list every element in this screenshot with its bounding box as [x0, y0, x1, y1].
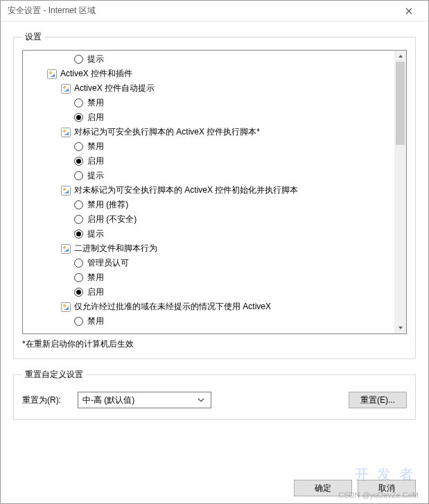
radio-icon — [74, 200, 83, 209]
titlebar: 安全设置 - Internet 区域 — [1, 1, 428, 21]
tree-item-label: 启用 — [87, 110, 104, 125]
tree-item-label: 仅允许经过批准的域在未经提示的情况下使用 ActiveX — [74, 299, 271, 314]
tree-item-label: ActiveX 控件自动提示 — [74, 81, 155, 96]
dialog-content: 设置 提示ActiveX 控件和插件ActiveX 控件自动提示禁用启用对标记为… — [1, 21, 428, 503]
tree-item-label: 提示 — [87, 227, 104, 241]
tree-category: 二进制文件和脚本行为 — [26, 241, 394, 256]
settings-legend: 设置 — [22, 31, 44, 43]
svg-rect-2 — [62, 84, 71, 93]
activex-icon — [60, 243, 71, 254]
tree-item-label: 启用 (不安全) — [87, 212, 137, 227]
ok-button-label: 确定 — [315, 483, 331, 494]
tree-item-label: 对未标记为可安全执行脚本的 ActiveX 控件初始化并执行脚本 — [74, 183, 298, 198]
tree-option[interactable]: 启用 — [26, 110, 394, 125]
tree-option[interactable]: 管理员认可 — [26, 256, 394, 270]
radio-icon — [74, 273, 83, 282]
svg-point-9 — [63, 246, 66, 249]
tree-item-label: 禁用 — [87, 270, 104, 285]
dialog-window: 安全设置 - Internet 区域 设置 提示ActiveX 控件和插件Act… — [0, 0, 429, 504]
tree-category: 对标记为可安全执行脚本的 ActiveX 控件执行脚本* — [26, 125, 394, 139]
tree-option[interactable]: 启用 — [26, 154, 394, 168]
tree-item-label: 管理员认可 — [87, 256, 129, 270]
scroll-up-arrow-icon[interactable] — [394, 51, 406, 62]
cancel-button-label: 取消 — [378, 483, 395, 494]
svg-point-11 — [63, 304, 66, 307]
radio-icon — [74, 229, 83, 238]
reset-fieldset: 重置自定义设置 重置为(R): 中-高 (默认值) 重置(E)... — [13, 369, 416, 420]
close-icon — [405, 8, 412, 15]
radio-icon — [74, 98, 83, 107]
radio-icon — [74, 259, 83, 268]
tree-option[interactable]: 启用 — [26, 285, 394, 299]
tree-option[interactable]: 禁用 — [26, 314, 394, 329]
radio-icon — [74, 288, 83, 297]
tree-item-label: 二进制文件和脚本行为 — [74, 241, 157, 256]
activex-icon — [60, 83, 71, 94]
dialog-buttons: 确定 取消 — [13, 477, 416, 496]
tree-item-label: 禁用 — [87, 314, 104, 329]
svg-rect-0 — [48, 69, 57, 78]
activex-icon — [60, 302, 71, 313]
close-button[interactable] — [395, 1, 423, 21]
tree-option[interactable]: 启用 (不安全) — [26, 212, 394, 227]
cancel-button[interactable]: 取消 — [358, 480, 416, 496]
radio-icon — [74, 215, 83, 224]
reset-label: 重置为(R): — [22, 394, 71, 406]
tree-item-label: ActiveX 控件和插件 — [60, 67, 132, 81]
radio-icon — [74, 142, 83, 151]
tree-item-label: 禁用 — [87, 96, 104, 110]
activex-icon — [60, 185, 71, 196]
tree-item-label: 提示 — [87, 168, 104, 183]
radio-icon — [74, 55, 83, 64]
restart-note: *在重新启动你的计算机后生效 — [22, 338, 407, 350]
reset-row: 重置为(R): 中-高 (默认值) 重置(E)... — [22, 388, 407, 411]
svg-point-1 — [49, 71, 52, 74]
tree-item-label: 对标记为可安全执行脚本的 ActiveX 控件执行脚本* — [74, 125, 260, 139]
svg-rect-4 — [62, 128, 71, 137]
radio-icon — [74, 157, 83, 166]
settings-tree-viewport: 提示ActiveX 控件和插件ActiveX 控件自动提示禁用启用对标记为可安全… — [23, 51, 394, 333]
tree-option[interactable]: 提示 — [26, 168, 394, 183]
tree-option[interactable]: 禁用 — [26, 139, 394, 154]
svg-point-3 — [63, 86, 66, 89]
window-title: 安全设置 - Internet 区域 — [8, 5, 395, 17]
radio-icon — [74, 113, 83, 122]
tree-option[interactable]: 禁用 — [26, 270, 394, 285]
tree-item-label: 启用 — [87, 154, 104, 168]
chevron-down-icon — [195, 397, 207, 403]
settings-tree: 提示ActiveX 控件和插件ActiveX 控件自动提示禁用启用对标记为可安全… — [22, 50, 407, 334]
tree-option[interactable]: 提示 — [26, 52, 394, 67]
radio-icon — [74, 171, 83, 180]
reset-level-select[interactable]: 中-高 (默认值) — [78, 392, 211, 408]
tree-category: ActiveX 控件自动提示 — [26, 81, 394, 96]
tree-item-label: 提示 — [87, 52, 104, 67]
tree-category: ActiveX 控件和插件 — [26, 67, 394, 81]
tree-category: 对未标记为可安全执行脚本的 ActiveX 控件初始化并执行脚本 — [26, 183, 394, 198]
scrollbar[interactable] — [394, 51, 406, 333]
tree-item-label: 启用 — [87, 285, 104, 299]
tree-option[interactable]: 提示 — [26, 227, 394, 241]
tree-option[interactable]: 禁用 — [26, 96, 394, 110]
reset-button-label: 重置(E)... — [360, 394, 395, 406]
svg-rect-6 — [62, 186, 71, 195]
reset-button[interactable]: 重置(E)... — [349, 392, 407, 408]
svg-point-7 — [63, 188, 66, 191]
reset-legend: 重置自定义设置 — [22, 369, 86, 381]
tree-category: 仅允许经过批准的域在未经提示的情况下使用 ActiveX — [26, 299, 394, 314]
reset-level-value: 中-高 (默认值) — [82, 394, 195, 406]
scroll-down-arrow-icon[interactable] — [394, 322, 406, 333]
radio-icon — [74, 317, 83, 326]
tree-item-label: 禁用 (推荐) — [87, 198, 128, 212]
svg-rect-8 — [62, 244, 71, 253]
tree-option[interactable]: 禁用 (推荐) — [26, 198, 394, 212]
tree-item-label: 禁用 — [87, 139, 104, 154]
svg-point-5 — [63, 130, 66, 132]
settings-fieldset: 设置 提示ActiveX 控件和插件ActiveX 控件自动提示禁用启用对标记为… — [13, 31, 416, 359]
scroll-thumb[interactable] — [396, 62, 405, 145]
activex-icon — [46, 69, 58, 80]
svg-rect-10 — [62, 302, 71, 311]
activex-icon — [60, 127, 71, 138]
ok-button[interactable]: 确定 — [294, 480, 352, 496]
